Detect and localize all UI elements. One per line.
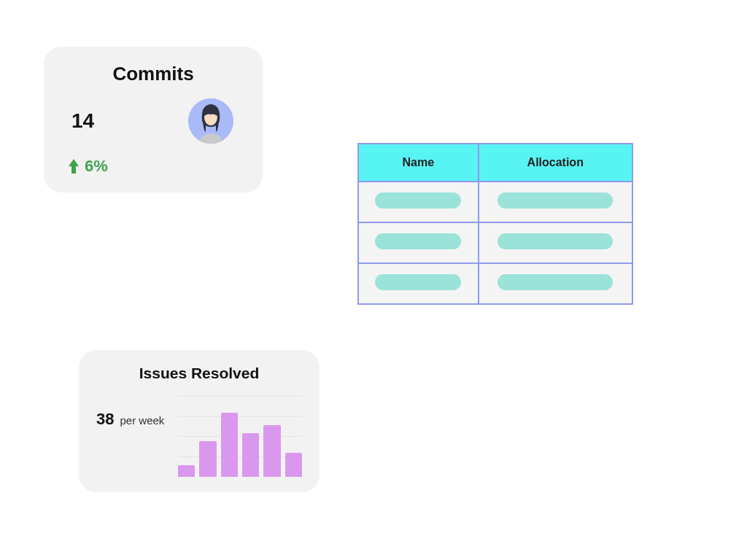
avatar	[188, 98, 233, 144]
table-row	[358, 182, 632, 222]
avatar-icon	[188, 98, 233, 144]
placeholder-pill	[498, 233, 613, 249]
gridline	[178, 396, 302, 397]
cell-name	[358, 222, 479, 263]
commits-card: Commits 14 6%	[44, 47, 263, 192]
chart-bar	[242, 433, 259, 478]
placeholder-pill	[375, 192, 461, 209]
column-header-name: Name	[358, 144, 479, 182]
commits-middle-row: 14	[64, 98, 242, 144]
issues-unit: per week	[120, 414, 164, 427]
cell-allocation	[479, 263, 633, 304]
table-row	[358, 222, 632, 263]
placeholder-pill	[375, 274, 461, 290]
arrow-up-icon	[69, 159, 79, 174]
placeholder-pill	[498, 274, 613, 290]
placeholder-pill	[498, 192, 613, 209]
issues-left: 38 per week	[96, 410, 164, 429]
cell-allocation	[479, 182, 633, 222]
chart-bar	[263, 425, 280, 478]
cell-name	[358, 263, 479, 304]
commits-title: Commits	[64, 63, 242, 85]
issues-resolved-card: Issues Resolved 38 per week	[79, 350, 320, 492]
commits-trend: 6%	[69, 157, 242, 176]
chart-bar	[199, 441, 216, 478]
chart-bar	[285, 453, 302, 477]
allocation-table: Name Allocation	[357, 143, 633, 305]
issues-value: 38	[96, 410, 114, 429]
commits-trend-value: 6%	[85, 157, 108, 176]
commits-value: 14	[71, 109, 94, 133]
cell-name	[358, 182, 479, 222]
gridline	[178, 436, 302, 437]
chart-bar	[178, 465, 195, 478]
cell-allocation	[479, 222, 633, 263]
placeholder-pill	[375, 233, 461, 249]
gridline	[178, 456, 302, 457]
gridline	[178, 416, 302, 417]
issues-body: 38 per week	[96, 397, 302, 477]
table-row	[358, 263, 632, 304]
table-header-row: Name Allocation	[358, 144, 632, 182]
column-header-allocation: Allocation	[479, 144, 633, 182]
issues-title: Issues Resolved	[96, 365, 302, 382]
chart-bar	[221, 413, 238, 477]
issues-bar-chart	[178, 397, 302, 477]
